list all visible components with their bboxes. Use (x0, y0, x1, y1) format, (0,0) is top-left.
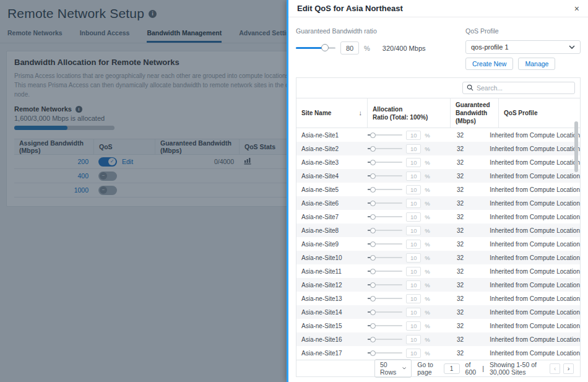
allocation-ratio-slider[interactable] (368, 323, 402, 329)
qos-profile-selected-value: qos-profile 1 (471, 43, 509, 51)
slider-thumb[interactable] (370, 337, 376, 342)
allocation-ratio-slider[interactable] (368, 336, 402, 342)
allocation-ratio-slider[interactable] (368, 295, 402, 302)
slider-thumb[interactable] (370, 241, 376, 247)
site-row: Asia-ne-Site12%32Inherited from Compute … (296, 278, 580, 292)
percent-unit-label: % (425, 200, 430, 207)
allocation-ratio-input[interactable] (406, 349, 421, 358)
percent-unit-label: % (425, 336, 430, 343)
allocation-ratio-slider[interactable] (368, 241, 402, 247)
bandwidth-ratio-input[interactable] (340, 41, 359, 54)
allocation-ratio-input[interactable] (406, 185, 421, 194)
slider-thumb[interactable] (370, 323, 376, 329)
allocation-ratio-input[interactable] (406, 171, 421, 181)
sort-descending-icon[interactable]: ↓ (359, 108, 363, 117)
guaranteed-bandwidth-value: 32 (438, 323, 483, 329)
percent-unit-label: % (425, 173, 430, 180)
allocation-ratio-input[interactable] (406, 280, 421, 290)
allocation-ratio-slider[interactable] (368, 350, 402, 356)
percent-unit-label: % (425, 186, 430, 193)
previous-page-button[interactable]: ‹ (550, 363, 560, 374)
site-name: Asia-ne-Site1 (296, 132, 361, 139)
col-qos-profile-label: QoS Profile (504, 109, 575, 117)
allocation-ratio-input[interactable] (406, 294, 421, 303)
site-name: Asia-ne-Site4 (296, 173, 361, 180)
site-name: Asia-ne-Site10 (296, 254, 361, 261)
col-allocation-line2: Ratio (Total: 100%) (373, 113, 445, 121)
site-row: Asia-ne-Site13%32Inherited from Compute … (296, 292, 580, 305)
manage-button[interactable]: Manage (518, 58, 555, 70)
next-page-button[interactable]: › (563, 363, 574, 374)
qos-profile-value: Inherited from Compute Location (482, 186, 580, 193)
qos-profile-select[interactable]: qos-profile 1 (465, 40, 581, 54)
allocation-ratio-slider[interactable] (368, 186, 402, 193)
table-scrollbar[interactable] (574, 121, 578, 172)
col-guaranteed-bandwidth: Guaranteed Bandwidth (Mbps) (450, 98, 498, 128)
allocation-ratio-slider[interactable] (368, 282, 402, 288)
allocation-ratio-input[interactable] (406, 199, 421, 208)
allocation-ratio-input[interactable] (406, 253, 421, 263)
slider-thumb[interactable] (370, 146, 376, 152)
search-icon (467, 82, 473, 93)
guaranteed-bandwidth-value: 32 (438, 295, 483, 302)
allocation-ratio-input[interactable] (406, 267, 421, 276)
allocation-ratio-input[interactable] (406, 212, 421, 222)
guaranteed-bandwidth-slider[interactable] (296, 44, 335, 52)
slider-thumb[interactable] (370, 296, 376, 302)
allocation-ratio-slider[interactable] (368, 132, 402, 138)
slider-thumb[interactable] (370, 201, 376, 206)
slider-thumb[interactable] (370, 187, 376, 193)
allocation-ratio-input[interactable] (406, 335, 421, 344)
site-row: Asia-ne-Site9%32Inherited from Compute L… (296, 237, 580, 251)
qos-profile-label: QoS Profile (465, 27, 581, 35)
page-number-input[interactable] (444, 363, 460, 374)
slider-thumb[interactable] (370, 132, 376, 138)
site-row: Asia-ne-Site3%32Inherited from Compute L… (296, 155, 580, 169)
allocation-ratio-slider[interactable] (368, 214, 402, 220)
slider-thumb[interactable] (370, 255, 376, 261)
guaranteed-bandwidth-value: 32 (438, 227, 483, 234)
slider-thumb[interactable] (321, 44, 329, 51)
drawer-header: Edit QoS for Asia Northeast × (288, 0, 588, 17)
allocation-ratio-input[interactable] (406, 321, 421, 331)
qos-profile-value: Inherited from Compute Location (482, 268, 580, 275)
create-new-button[interactable]: Create New (465, 58, 513, 70)
col-site-name[interactable]: Site Name ↓ (296, 98, 367, 128)
close-icon[interactable]: × (574, 4, 579, 13)
allocation-ratio-slider[interactable] (368, 200, 402, 206)
allocation-ratio-slider[interactable] (368, 309, 402, 315)
sites-table-header: Site Name ↓ Allocation Ratio (Total: 100… (296, 98, 580, 128)
rows-per-page-select[interactable]: 50 Rows (374, 359, 412, 378)
percent-unit-label: % (425, 268, 430, 275)
allocation-ratio-slider[interactable] (368, 254, 402, 261)
slider-thumb[interactable] (370, 282, 376, 288)
allocation-ratio-slider[interactable] (368, 159, 402, 165)
slider-thumb[interactable] (370, 269, 376, 274)
allocation-ratio-slider[interactable] (368, 145, 402, 152)
allocation-ratio-input[interactable] (406, 144, 421, 154)
allocation-ratio-input[interactable] (406, 240, 421, 249)
col-site-name-label: Site Name (301, 109, 331, 117)
allocation-ratio-input[interactable] (406, 226, 421, 235)
allocation-ratio-slider[interactable] (368, 173, 402, 179)
allocation-ratio-slider[interactable] (368, 227, 402, 233)
slider-thumb[interactable] (370, 160, 376, 165)
slider-thumb[interactable] (370, 350, 376, 356)
slider-thumb[interactable] (370, 228, 376, 233)
qos-profile-value: Inherited from Compute Location (482, 336, 580, 343)
bandwidth-usage-text: 320/400 Mbps (383, 45, 426, 52)
allocation-ratio-slider[interactable] (368, 268, 402, 274)
qos-profile-value: Inherited from Compute Location (482, 323, 580, 329)
guaranteed-bandwidth-value: 32 (438, 254, 483, 261)
slider-thumb[interactable] (370, 310, 376, 315)
page-total-label: of 600 (465, 361, 477, 376)
site-row: Asia-ne-Site14%32Inherited from Compute … (296, 305, 580, 319)
site-search[interactable] (462, 82, 575, 94)
slider-thumb[interactable] (370, 173, 376, 179)
allocation-ratio-input[interactable] (406, 308, 421, 317)
allocation-ratio-input[interactable] (406, 158, 421, 167)
site-row: Asia-ne-Site4%32Inherited from Compute L… (296, 169, 580, 183)
search-input[interactable] (477, 84, 571, 92)
slider-thumb[interactable] (370, 214, 376, 220)
allocation-ratio-input[interactable] (406, 131, 421, 140)
